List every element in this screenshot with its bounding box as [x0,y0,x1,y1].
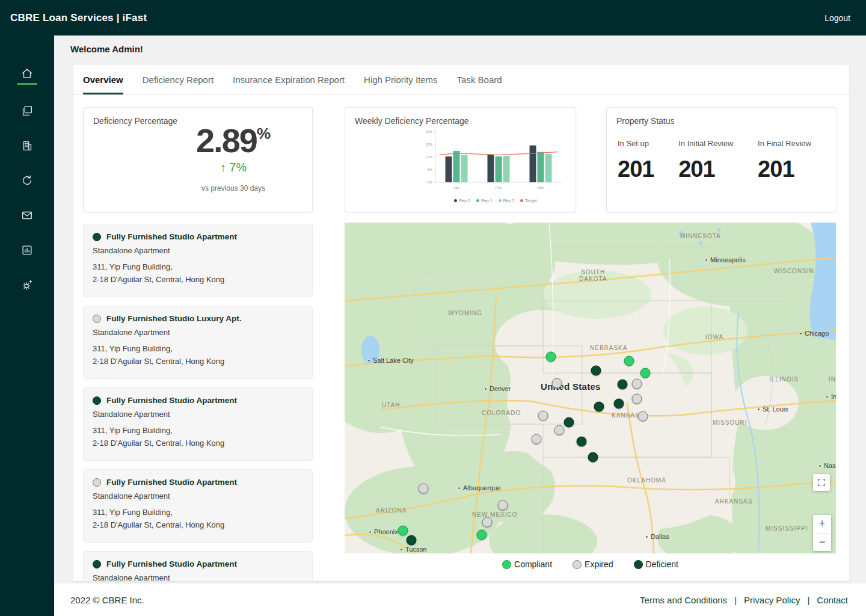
tab-overview[interactable]: Overview [83,65,123,94]
map-marker-compliant[interactable] [640,368,651,378]
tab-insurance-expiration-report[interactable]: Insurance Expiration Report [233,65,345,94]
logout-button[interactable]: Logout [825,13,850,23]
property-card[interactable]: Fully Furnished Studio ApartmentStandalo… [83,469,313,543]
legend-label: Compliant [514,559,552,569]
map-marker-deficient[interactable] [577,437,587,447]
label-text: KANSAS [612,412,640,419]
map-marker-deficient[interactable] [618,380,628,390]
zoom-in-button[interactable]: + [813,515,831,533]
map-marker-expired[interactable] [532,434,542,445]
deficiency-number: 2.89 [196,122,257,159]
legend-label: Rep 2 [503,199,515,203]
map-marker-expired[interactable] [632,379,642,389]
map-marker-expired[interactable] [419,484,429,494]
property-type: Standalone Apartment [93,246,303,255]
map-city-label-albuquerque: Albuquerque [458,484,500,491]
map-country-label: United States [541,381,601,392]
reports-icon [20,244,34,257]
map-marker-deficient[interactable] [591,366,601,376]
map-marker-deficient[interactable] [594,402,604,412]
tab-deficiency-report[interactable]: Deficiency Report [143,65,213,94]
legend-dot [499,199,502,202]
legend-dot [476,199,479,202]
map-city-label-phoenix: Phoenix [369,528,398,535]
sidebar-item-reports[interactable] [0,233,54,268]
status-dot [93,396,101,405]
property-card[interactable]: Fully Furnished Studio ApartmentStandalo… [83,387,313,461]
label-text: ARKANSAS [715,498,752,505]
label-text: UTAH [382,402,400,408]
sidebar-item-sync[interactable] [0,163,54,198]
page-title: Welcome Admin! [70,44,143,54]
map-marker-expired[interactable] [552,378,562,389]
label-text: St. Louis [763,405,788,413]
sidebar-item-home[interactable] [0,58,54,93]
map-marker-compliant[interactable] [477,530,487,540]
tab-task-board[interactable]: Task Board [457,65,502,94]
sidebar-item-messages[interactable] [0,198,54,233]
city-dot [826,395,829,398]
property-card[interactable]: Fully Furnished Studio ApartmentStandalo… [83,551,313,581]
map-legend: CompliantExpiredDeficient [345,559,836,569]
zoom-out-button[interactable]: − [813,534,831,552]
sync-icon [20,174,34,187]
label-text: United States [541,381,601,392]
map-marker-expired[interactable] [638,411,648,422]
sidebar-item-documents[interactable] [0,93,54,128]
map-marker-compliant[interactable] [398,526,408,536]
main-content: Welcome Admin! OverviewDeficiency Report… [54,35,866,616]
map[interactable]: MINNESOTAMinneapolisWISCONSINSOUTH DAKOT… [345,223,836,553]
property-card-header: Fully Furnished Studio Apartment [93,396,303,405]
map-state-label-kansas: KANSAS [612,412,640,419]
sidebar-item-settings[interactable] [0,268,54,303]
map-marker-expired[interactable] [554,425,565,436]
status-label: In Final Review [758,139,811,148]
svg-text:15%: 15% [426,143,432,146]
chart-legend-item-rep-1: Rep 1 [476,199,493,203]
deficiency-percentage-card: Deficiency Percentage 2.89% ↑ 7% vs prev… [83,107,313,212]
label-text: IOWA [705,334,723,340]
property-list: Fully Furnished Studio ApartmentStandalo… [83,224,313,581]
map-marker-compliant[interactable] [546,352,556,362]
map-state-label-new-mexico: NEW MEXICO [472,511,518,518]
map-marker-compliant[interactable] [624,356,634,366]
status-label: In Set up [618,139,654,148]
property-card-header: Fully Furnished Studio Apartment [93,559,303,568]
map-city-label-tucson: Tucson [400,546,427,553]
city-dot [645,535,648,538]
sidebar-item-properties[interactable] [0,128,54,163]
map-marker-expired[interactable] [632,394,642,404]
map-marker-expired[interactable] [482,517,493,528]
sidebar [0,35,54,616]
chart-legend-item-rep-0: Rep 0 [454,199,470,203]
property-status-item-in-initial-review: In Initial Review201 [678,139,733,182]
city-dot [484,387,487,390]
map-fullscreen-button[interactable] [813,474,830,491]
tab-high-priority-items[interactable]: High Priority Items [364,65,438,94]
footer-link-privacy-policy[interactable]: Privacy Policy [744,595,800,605]
map-marker-deficient[interactable] [407,535,417,546]
map-marker-deficient[interactable] [614,399,624,409]
svg-text:20%: 20% [426,130,432,134]
property-card[interactable]: Fully Furnished Studio ApartmentStandalo… [83,224,313,297]
map-marker-deficient[interactable] [588,452,598,463]
weekly-deficiency-card: Weekly Deficiency Percentage 0%5%10%15%2… [345,107,576,212]
map-state-label-minnesota: MINNESOTA [680,233,721,239]
status-dot [93,478,101,487]
property-card[interactable]: Fully Furnished Studio Luxury Apt.Standa… [83,306,313,379]
map-marker-expired[interactable] [498,500,508,511]
label-text: WISCONSIN [774,268,814,274]
map-state-label-south-dakota: SOUTH DAKOTA [579,269,607,282]
property-title: Fully Furnished Studio Luxury Apt. [106,314,242,323]
separator: | [807,595,809,605]
map-state-label-missouri: MISSOURI [713,419,747,426]
map-legend-item-compliant: Compliant [502,559,552,569]
city-dot [799,332,802,335]
deficiency-unit: % [257,125,271,143]
weekly-chart: 0%5%10%15%20%JanFebMar [417,127,574,198]
map-marker-expired[interactable] [538,411,548,421]
footer-link-contact[interactable]: Contact [817,595,848,605]
footer-link-terms-and-conditions[interactable]: Terms and Conditions [640,595,727,605]
property-title: Fully Furnished Studio Apartment [106,478,237,487]
map-marker-deficient[interactable] [564,417,574,428]
